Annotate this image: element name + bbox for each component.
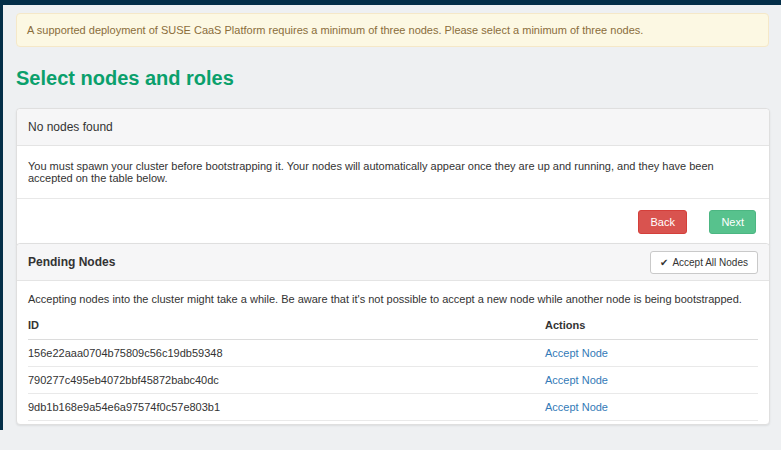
table-row: 790277c495eb4072bbf45872babc40dcAccept N… bbox=[28, 367, 758, 394]
no-nodes-panel: No nodes found You must spawn your clust… bbox=[16, 108, 770, 248]
pending-nodes-panel-header: Pending Nodes ✔Accept All Nodes bbox=[17, 244, 769, 281]
accept-all-nodes-label: Accept All Nodes bbox=[672, 257, 748, 268]
column-header-id: ID bbox=[28, 310, 545, 340]
no-nodes-panel-body: You must spawn your cluster before boots… bbox=[17, 146, 769, 198]
no-nodes-panel-title: No nodes found bbox=[28, 120, 113, 134]
page-title: Select nodes and roles bbox=[16, 67, 234, 90]
top-chrome-edge bbox=[0, 0, 781, 5]
accept-node-link[interactable]: Accept Node bbox=[545, 374, 608, 386]
column-header-actions: Actions bbox=[545, 310, 758, 340]
pending-nodes-table: ID Actions 156e22aaa0704b75809c56c19db59… bbox=[28, 310, 758, 421]
wizard-button-row: Back Next bbox=[17, 198, 769, 247]
check-icon: ✔ bbox=[660, 257, 668, 268]
pending-nodes-note: Accepting nodes into the cluster might t… bbox=[28, 293, 758, 305]
node-id: 790277c495eb4072bbf45872babc40dc bbox=[28, 367, 545, 394]
node-id: 156e22aaa0704b75809c56c19db59348 bbox=[28, 340, 545, 367]
back-button[interactable]: Back bbox=[638, 210, 686, 234]
table-row: 156e22aaa0704b75809c56c19db59348Accept N… bbox=[28, 340, 758, 367]
no-nodes-message: You must spawn your cluster before boots… bbox=[28, 160, 758, 184]
node-actions-cell: Accept Node bbox=[545, 367, 758, 394]
accept-all-nodes-button[interactable]: ✔Accept All Nodes bbox=[650, 251, 758, 274]
node-id: 9db1b168e9a54e6a97574f0c57e803b1 bbox=[28, 394, 545, 421]
no-nodes-panel-header: No nodes found bbox=[17, 109, 769, 146]
table-header-row: ID Actions bbox=[28, 310, 758, 340]
warning-banner: A supported deployment of SUSE CaaS Plat… bbox=[16, 13, 769, 47]
table-row: 9db1b168e9a54e6a97574f0c57e803b1Accept N… bbox=[28, 394, 758, 421]
warning-banner-text: A supported deployment of SUSE CaaS Plat… bbox=[27, 24, 643, 36]
node-actions-cell: Accept Node bbox=[545, 394, 758, 421]
pending-nodes-table-body: 156e22aaa0704b75809c56c19db59348Accept N… bbox=[28, 340, 758, 421]
pending-nodes-title: Pending Nodes bbox=[28, 255, 115, 269]
node-actions-cell: Accept Node bbox=[545, 340, 758, 367]
pending-nodes-panel: Pending Nodes ✔Accept All Nodes Acceptin… bbox=[16, 243, 770, 425]
left-chrome-edge bbox=[0, 0, 3, 430]
pending-nodes-panel-body: Accepting nodes into the cluster might t… bbox=[17, 281, 769, 421]
accept-node-link[interactable]: Accept Node bbox=[545, 401, 608, 413]
accept-node-link[interactable]: Accept Node bbox=[545, 347, 608, 359]
next-button[interactable]: Next bbox=[709, 210, 756, 234]
